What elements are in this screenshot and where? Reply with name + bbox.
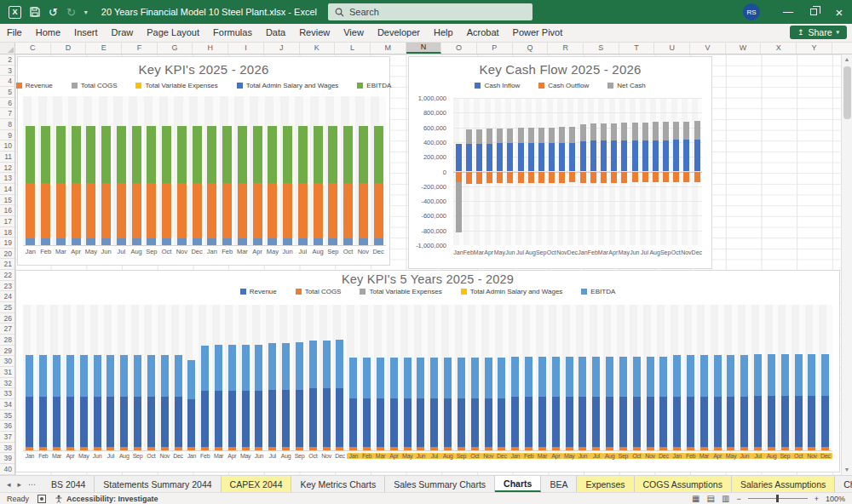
sheet-tab-expenses[interactable]: Expenses bbox=[577, 476, 634, 492]
sheet-tab-charts[interactable]: Charts bbox=[495, 476, 541, 492]
row-header-36[interactable]: 36 bbox=[0, 421, 14, 432]
column-header-L[interactable]: L bbox=[335, 43, 371, 54]
close-button[interactable]: × bbox=[826, 0, 852, 24]
sheet-prev-icon[interactable]: ◂ bbox=[7, 480, 11, 489]
row-header-33[interactable]: 33 bbox=[0, 388, 14, 399]
row-header-21[interactable]: 21 bbox=[0, 259, 14, 270]
column-header-T[interactable]: T bbox=[619, 43, 655, 54]
row-header-22[interactable]: 22 bbox=[0, 270, 14, 281]
macro-record-icon[interactable] bbox=[37, 495, 46, 503]
vertical-scrollbar[interactable]: ▲ ▼ bbox=[841, 54, 852, 475]
column-header-H[interactable]: H bbox=[193, 43, 228, 54]
row-header-8[interactable]: 8 bbox=[0, 119, 14, 130]
ribbon-tab-insert[interactable]: Insert bbox=[67, 24, 105, 42]
column-header-F[interactable]: F bbox=[122, 43, 158, 54]
row-header-20[interactable]: 20 bbox=[0, 249, 14, 260]
row-header-9[interactable]: 9 bbox=[0, 130, 14, 141]
row-header-31[interactable]: 31 bbox=[0, 367, 14, 378]
avatar[interactable]: RS bbox=[743, 3, 760, 20]
worksheet-grid[interactable]: 2345678910111213141516171819202122232425… bbox=[0, 54, 852, 475]
row-header-5[interactable]: 5 bbox=[0, 87, 14, 98]
sheet-list-icon[interactable]: ⋯ bbox=[28, 480, 36, 489]
row-header-28[interactable]: 28 bbox=[0, 335, 14, 346]
ribbon-tab-acrobat[interactable]: Acrobat bbox=[460, 24, 506, 42]
row-headers[interactable]: 2345678910111213141516171819202122232425… bbox=[0, 54, 15, 475]
row-header-34[interactable]: 34 bbox=[0, 399, 14, 410]
sheet-tab-statements-summary-2044[interactable]: Statements Summary 2044 bbox=[95, 476, 221, 492]
row-header-14[interactable]: 14 bbox=[0, 184, 14, 195]
row-header-35[interactable]: 35 bbox=[0, 410, 14, 421]
zoom-out-icon[interactable]: − bbox=[736, 495, 740, 503]
row-header-6[interactable]: 6 bbox=[0, 98, 14, 109]
row-header-11[interactable]: 11 bbox=[0, 152, 14, 163]
column-header-J[interactable]: J bbox=[264, 43, 300, 54]
ribbon-tab-page-layout[interactable]: Page Layout bbox=[140, 24, 206, 42]
row-header-24[interactable]: 24 bbox=[0, 291, 14, 302]
normal-view-icon[interactable]: ▦ bbox=[692, 494, 699, 503]
share-button[interactable]: ↥ Share ▾ bbox=[790, 26, 847, 39]
sheet-tab-sales-summary-charts[interactable]: Sales Summary Charts bbox=[385, 476, 495, 492]
column-header-K[interactable]: K bbox=[300, 43, 336, 54]
row-header-38[interactable]: 38 bbox=[0, 443, 14, 454]
excel-app-icon[interactable]: X bbox=[9, 6, 21, 19]
sheet-tab-key-metrics-charts[interactable]: Key Metrics Charts bbox=[291, 476, 385, 492]
column-header-I[interactable]: I bbox=[228, 43, 264, 54]
sheet-tab-cogs-assumptions[interactable]: COGS Assumptions bbox=[635, 476, 732, 492]
row-header-3[interactable]: 3 bbox=[0, 66, 14, 77]
undo-icon[interactable]: ↺ bbox=[49, 6, 58, 19]
zoom-in-icon[interactable]: + bbox=[815, 495, 819, 503]
column-header-M[interactable]: M bbox=[371, 43, 406, 54]
row-header-25[interactable]: 25 bbox=[0, 302, 14, 313]
zoom-slider[interactable] bbox=[748, 498, 808, 499]
minimize-button[interactable]: — bbox=[775, 0, 801, 24]
page-break-view-icon[interactable]: ▥ bbox=[722, 494, 729, 503]
column-header-N[interactable]: N bbox=[406, 43, 442, 54]
column-header-S[interactable]: S bbox=[584, 43, 619, 54]
sheet-tab-bea[interactable]: BEA bbox=[541, 476, 577, 492]
column-header-W[interactable]: W bbox=[726, 43, 762, 54]
row-header-18[interactable]: 18 bbox=[0, 227, 14, 238]
column-header-C[interactable]: C bbox=[15, 43, 51, 54]
column-header-P[interactable]: P bbox=[477, 43, 513, 54]
ribbon-tab-file[interactable]: File bbox=[0, 24, 29, 42]
sheet-tab-chart-d[interactable]: Chart D bbox=[835, 476, 852, 492]
row-header-7[interactable]: 7 bbox=[0, 108, 14, 119]
column-header-D[interactable]: D bbox=[51, 43, 87, 54]
row-header-29[interactable]: 29 bbox=[0, 346, 14, 357]
row-header-26[interactable]: 26 bbox=[0, 313, 14, 324]
accessibility-status[interactable]: Accessibility: Investigate bbox=[66, 495, 158, 503]
row-header-37[interactable]: 37 bbox=[0, 432, 14, 443]
row-header-39[interactable]: 39 bbox=[0, 453, 14, 464]
column-header-Q[interactable]: Q bbox=[513, 43, 549, 54]
ribbon-tab-data[interactable]: Data bbox=[259, 24, 292, 42]
sheet-tab-salaries-assumptions[interactable]: Salaries Assumptions bbox=[732, 476, 835, 492]
row-header-19[interactable]: 19 bbox=[0, 238, 14, 249]
row-header-15[interactable]: 15 bbox=[0, 195, 14, 206]
row-header-32[interactable]: 32 bbox=[0, 378, 14, 389]
ribbon-tab-view[interactable]: View bbox=[337, 24, 371, 42]
row-header-40[interactable]: 40 bbox=[0, 464, 14, 475]
row-header-23[interactable]: 23 bbox=[0, 281, 14, 292]
scroll-up-icon[interactable]: ▲ bbox=[844, 54, 850, 65]
row-header-12[interactable]: 12 bbox=[0, 163, 14, 174]
row-header-17[interactable]: 17 bbox=[0, 216, 14, 227]
save-icon[interactable] bbox=[30, 7, 40, 17]
column-header-E[interactable]: E bbox=[86, 43, 122, 54]
kpi-2025-2026-chart[interactable]: Key KPI's 2025 - 2026 RevenueTotal COGST… bbox=[17, 56, 390, 266]
redo-icon[interactable]: ↻ bbox=[66, 6, 76, 19]
row-header-13[interactable]: 13 bbox=[0, 173, 14, 184]
sheet-tab-capex-2044[interactable]: CAPEX 2044 bbox=[222, 476, 292, 492]
scrollbar-thumb[interactable] bbox=[843, 66, 851, 119]
column-header-R[interactable]: R bbox=[548, 43, 584, 54]
ribbon-tab-power-pivot[interactable]: Power Pivot bbox=[506, 24, 570, 42]
column-header-X[interactable]: X bbox=[761, 43, 797, 54]
row-header-10[interactable]: 10 bbox=[0, 140, 14, 152]
ribbon-tab-home[interactable]: Home bbox=[29, 24, 67, 42]
select-all-corner[interactable] bbox=[0, 43, 15, 54]
ribbon-tab-developer[interactable]: Developer bbox=[371, 24, 427, 42]
scroll-down-icon[interactable]: ▼ bbox=[844, 465, 850, 475]
row-header-4[interactable]: 4 bbox=[0, 76, 14, 87]
ribbon-tab-formulas[interactable]: Formulas bbox=[206, 24, 259, 42]
restore-button[interactable] bbox=[801, 0, 826, 24]
customize-toolbar-icon[interactable]: ▾ bbox=[84, 9, 88, 16]
